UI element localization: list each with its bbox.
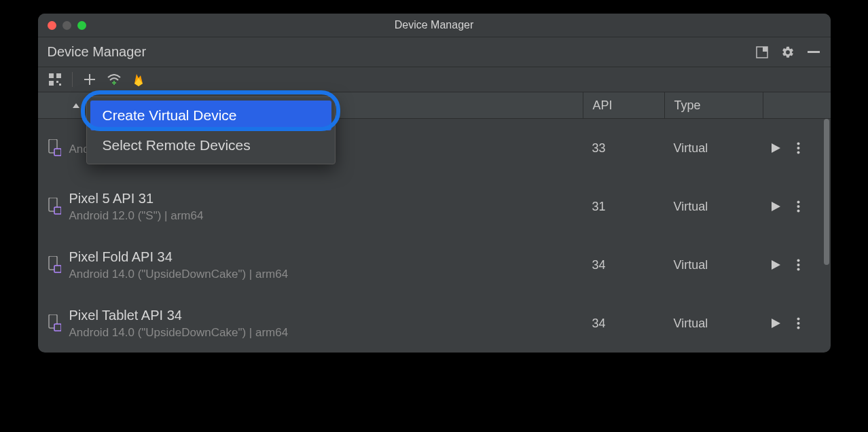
menu-create-virtual-device[interactable]: Create Virtual Device — [90, 101, 331, 130]
device-subtitle: Android 12.0 ("S") | arm64 — [69, 209, 583, 223]
device-api: 34 — [583, 258, 664, 272]
device-name: Pixel Tablet API 34 — [69, 308, 583, 323]
window-title: Device Manager — [38, 19, 831, 31]
svg-point-31 — [797, 327, 799, 329]
firebase-icon[interactable] — [131, 72, 146, 87]
device-type: Virtual — [664, 317, 763, 331]
device-name-cell: Pixel Tablet API 34 Android 14.0 ("Upsid… — [65, 308, 583, 340]
more-icon[interactable] — [797, 200, 800, 213]
device-type: Virtual — [664, 258, 763, 272]
play-icon[interactable] — [770, 142, 782, 154]
device-name: Pixel 5 API 31 — [69, 191, 583, 206]
svg-rect-23 — [54, 266, 61, 272]
svg-rect-11 — [112, 82, 116, 84]
svg-rect-13 — [54, 149, 61, 156]
svg-rect-5 — [49, 81, 54, 86]
device-name-cell: Pixel Fold API 34 Android 14.0 ("UpsideD… — [65, 249, 583, 281]
menu-select-remote-devices[interactable]: Select Remote Devices — [90, 130, 331, 160]
more-icon[interactable] — [797, 142, 800, 154]
svg-point-15 — [797, 147, 799, 149]
minimize-window-button[interactable] — [62, 21, 71, 30]
device-icon — [38, 139, 65, 157]
device-name-cell: Pixel 5 API 31 Android 12.0 ("S") | arm6… — [65, 191, 583, 223]
panel-toolbar: Device Manager — [38, 37, 831, 67]
device-actions — [763, 142, 831, 154]
device-subtitle: Android 14.0 ("UpsideDownCake") | arm64 — [69, 326, 583, 340]
traffic-lights — [48, 21, 86, 30]
svg-point-21 — [797, 210, 799, 213]
device-type: Virtual — [664, 200, 763, 214]
device-subtitle: Android 14.0 ("UpsideDownCake") | arm64 — [69, 268, 583, 281]
gear-icon[interactable] — [780, 45, 795, 60]
play-icon[interactable] — [770, 317, 782, 329]
svg-rect-9 — [84, 79, 95, 80]
svg-rect-4 — [56, 73, 61, 78]
hide-icon[interactable] — [806, 45, 821, 60]
separator — [72, 72, 73, 87]
toolbar-actions — [755, 45, 821, 60]
window-mode-icon[interactable] — [755, 45, 770, 60]
svg-rect-2 — [808, 51, 820, 53]
svg-rect-3 — [49, 73, 54, 78]
svg-rect-28 — [54, 324, 61, 331]
device-api: 31 — [583, 200, 664, 214]
grid-icon[interactable] — [48, 72, 62, 87]
device-icon — [38, 314, 65, 332]
svg-point-19 — [797, 201, 799, 204]
device-manager-window: Device Manager Device Manager — [38, 14, 831, 353]
svg-point-24 — [797, 259, 799, 262]
add-device-dropdown: Create Virtual Device Select Remote Devi… — [86, 96, 336, 164]
header-type-col[interactable]: Type — [664, 92, 763, 118]
header-actions-col — [763, 92, 831, 118]
device-icon — [38, 198, 65, 215]
svg-rect-18 — [54, 207, 61, 214]
header-api-col[interactable]: API — [583, 92, 664, 118]
svg-rect-7 — [59, 84, 61, 86]
more-icon[interactable] — [797, 259, 800, 271]
table-row[interactable]: Pixel Tablet API 34 Android 14.0 ("Upsid… — [38, 294, 831, 353]
svg-point-26 — [797, 268, 799, 271]
svg-point-25 — [797, 264, 799, 266]
play-icon[interactable] — [770, 259, 782, 271]
add-device-icon[interactable] — [82, 72, 97, 87]
device-api: 34 — [583, 317, 664, 331]
wifi-pair-icon[interactable] — [107, 72, 122, 87]
table-row[interactable]: Pixel Fold API 34 Android 14.0 ("UpsideD… — [38, 236, 831, 294]
table-row[interactable]: Pixel 5 API 31 Android 12.0 ("S") | arm6… — [38, 177, 831, 236]
svg-point-29 — [797, 318, 799, 321]
svg-rect-1 — [763, 47, 767, 52]
maximize-window-button[interactable] — [77, 21, 86, 30]
device-type: Virtual — [664, 141, 763, 156]
svg-point-30 — [797, 322, 799, 325]
svg-rect-6 — [56, 81, 58, 83]
more-icon[interactable] — [797, 317, 800, 329]
close-window-button[interactable] — [48, 21, 56, 30]
titlebar: Device Manager — [38, 14, 831, 37]
device-api: 33 — [583, 141, 664, 156]
device-actions — [763, 317, 831, 329]
device-icon — [38, 256, 65, 274]
svg-point-20 — [797, 205, 799, 208]
play-icon[interactable] — [770, 200, 782, 213]
device-actions — [763, 200, 831, 213]
panel-title: Device Manager — [48, 44, 147, 60]
device-actions — [763, 259, 831, 271]
svg-point-14 — [797, 143, 799, 145]
device-name: Pixel Fold API 34 — [69, 249, 583, 265]
action-iconbar — [38, 67, 831, 92]
scrollbar[interactable] — [824, 119, 829, 265]
svg-point-16 — [797, 151, 799, 154]
